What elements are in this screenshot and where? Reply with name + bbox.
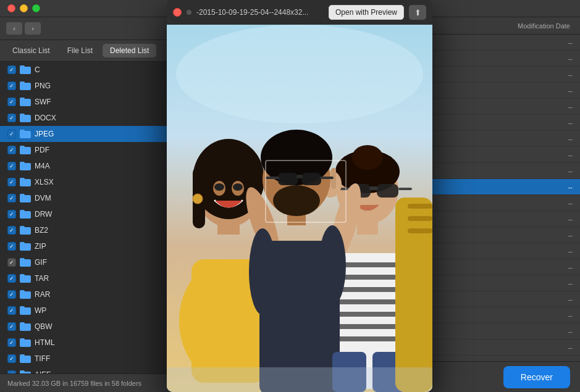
mod-date-cell: -- [561,167,580,175]
file-item[interactable]: RAR [0,286,171,302]
svg-rect-57 [408,228,432,233]
tab-deleted-list[interactable]: Deleted List [103,44,156,57]
file-checkbox[interactable] [7,210,16,219]
file-label: DRW [35,210,52,219]
folder-icon [20,274,31,283]
svg-rect-31 [377,184,398,198]
preview-close-button[interactable]: ✕ [173,8,182,17]
file-checkbox[interactable] [7,194,16,202]
sidebar: ‹ › Classic List File List Deleted List … [0,17,172,392]
mod-date-cell: -- [561,151,580,159]
file-item[interactable]: PDF [0,142,171,158]
file-item[interactable]: HTML [0,335,171,351]
file-label: JPEG [35,130,54,138]
file-checkbox[interactable] [7,226,16,235]
share-button[interactable]: ⬆ [409,5,426,20]
folder-icon [20,178,31,186]
file-item[interactable]: DOCX [0,110,171,126]
photo-svg [167,25,432,392]
mod-date-cell: -- [561,119,580,127]
file-label: SWF [35,98,51,106]
close-button[interactable] [7,4,15,12]
svg-point-51 [319,225,346,306]
file-checkbox[interactable] [7,114,16,122]
file-checkbox[interactable] [7,322,16,331]
svg-point-12 [193,194,203,204]
file-checkbox[interactable] [7,258,16,267]
file-label: PNG [35,81,51,90]
file-checkbox[interactable] [7,146,16,154]
mod-date-cell: -- [561,183,580,191]
mod-date-cell: -- [561,328,580,335]
folder-icon [20,290,31,299]
file-label: C [35,65,40,74]
file-label: WP [35,306,46,315]
file-list: CPNGSWFDOCXJPEGPDFM4AXLSXDVMDRWBZ2ZIPGIF… [0,62,171,373]
svg-rect-55 [408,204,432,209]
tab-file-list[interactable]: File List [60,44,100,57]
col-header-mod-date: Modification Date [510,22,580,30]
file-checkbox[interactable] [7,178,16,186]
file-checkbox[interactable] [7,354,16,363]
svg-point-29 [352,145,383,170]
file-checkbox[interactable] [7,81,16,90]
svg-point-11 [233,183,243,191]
file-checkbox[interactable] [7,290,16,299]
folder-icon [20,114,31,122]
file-checkbox[interactable] [7,242,16,251]
mod-date-cell: -- [561,280,580,287]
mod-date-cell: -- [561,39,580,46]
recover-button[interactable]: Recover [503,366,570,388]
file-item[interactable]: BZ2 [0,222,171,238]
file-checkbox[interactable] [7,338,16,347]
file-item[interactable]: XLSX [0,174,171,190]
folder-icon [20,338,31,347]
nav-arrows: ‹ › [0,17,171,40]
svg-rect-46 [301,173,321,185]
folder-icon [20,226,31,235]
file-item[interactable]: PNG [0,78,171,94]
file-item[interactable]: TIFF [0,351,171,367]
svg-rect-49 [320,177,334,179]
preview-image [167,25,432,392]
svg-rect-56 [408,216,432,221]
folder-icon [20,210,31,219]
file-checkbox[interactable] [7,306,16,315]
mod-date-cell: -- [561,312,580,319]
file-checkbox[interactable] [7,65,16,74]
file-item[interactable]: DRW [0,206,171,222]
tab-classic-list[interactable]: Classic List [5,44,57,57]
mod-date-cell: -- [561,103,580,111]
open-with-preview-button[interactable]: Open with Preview [329,5,404,20]
folder-icon [20,194,31,202]
file-item[interactable]: DVM [0,190,171,206]
status-bar: Marked 32.03 GB in 16759 files in 58 fol… [0,373,171,392]
file-item[interactable]: SWF [0,94,171,110]
file-label: QBW [35,322,53,331]
preview-title-bar: ✕ -2015-10-09-19-25-04--2448x32... Open … [167,0,432,25]
maximize-button[interactable] [32,4,40,12]
file-checkbox[interactable] [7,162,16,170]
folder-icon [20,258,31,267]
file-label: DVM [35,194,51,202]
file-item[interactable]: C [0,62,171,78]
photo-content [167,25,432,392]
file-item[interactable]: GIF [0,254,171,270]
file-item[interactable]: TAR [0,270,171,286]
file-checkbox[interactable] [7,98,16,106]
file-checkbox[interactable] [7,274,16,283]
file-checkbox[interactable] [7,130,16,138]
svg-point-50 [249,228,276,315]
file-item[interactable]: QBW [0,319,171,335]
mod-date-cell: -- [561,215,580,223]
minimize-button[interactable] [20,4,28,12]
file-item[interactable]: WP [0,302,171,319]
back-button[interactable]: ‹ [6,22,22,35]
file-item[interactable]: M4A [0,158,171,174]
file-item[interactable]: ZIP [0,238,171,254]
file-item[interactable]: JPEG [0,126,171,142]
file-item[interactable]: AIFF [0,367,171,373]
folder-icon [20,98,31,106]
forward-button[interactable]: › [25,22,41,35]
share-icon: ⬆ [414,8,421,17]
